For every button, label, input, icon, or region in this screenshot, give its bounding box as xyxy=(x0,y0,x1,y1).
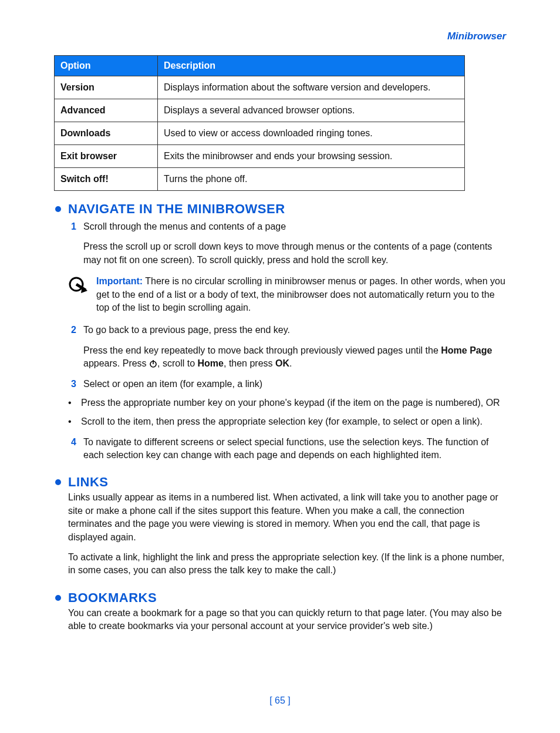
page-number: [ 65 ] xyxy=(0,695,560,706)
th-option: Option xyxy=(55,56,158,76)
para: To activate a link, highlight the link a… xyxy=(68,551,506,577)
step-content: To go back to a previous page, press the… xyxy=(83,324,506,370)
cell-option: Advanced xyxy=(55,99,158,122)
section-title: LINKS xyxy=(68,475,109,490)
step-number: 2 xyxy=(68,324,76,370)
th-description: Description xyxy=(158,56,465,76)
section-heading: LINKS xyxy=(54,475,506,490)
bullet-dot-icon: • xyxy=(68,396,75,409)
bold-home: Home xyxy=(198,358,224,368)
important-label: Important: xyxy=(96,276,143,286)
section-body: Links usually appear as items in a numbe… xyxy=(68,491,506,577)
table-header-row: Option Description xyxy=(55,56,465,76)
sub-bullet: • Press the appropriate number key on yo… xyxy=(68,396,506,409)
step-4: 4 To navigate to different screens or se… xyxy=(68,436,506,462)
section-heading: NAVIGATE IN THE MINIBROWSER xyxy=(54,201,506,217)
bullet-icon xyxy=(55,479,61,485)
bullet-text: Scroll to the item, then press the appro… xyxy=(81,415,483,428)
para: Links usually appear as items in a numbe… xyxy=(68,491,506,544)
table-row: Downloads Used to view or access downloa… xyxy=(55,122,465,145)
step-number: 4 xyxy=(68,436,76,462)
page: Minibrowser Option Description Version D… xyxy=(0,0,560,733)
para: You can create a bookmark for a page so … xyxy=(68,607,506,633)
bullet-icon xyxy=(55,206,61,212)
section-body: 1 Scroll through the menus and contents … xyxy=(68,220,506,462)
section-body: You can create a bookmark for a page so … xyxy=(68,607,506,633)
cell-option: Switch off! xyxy=(55,168,158,191)
text-frag: , then press xyxy=(224,358,275,368)
cell-description: Displays a several advanced browser opti… xyxy=(158,99,465,122)
cell-option: Downloads xyxy=(55,122,158,145)
section-heading: BOOKMARKS xyxy=(54,590,506,606)
important-icon xyxy=(68,276,88,314)
note-text: There is no circular scrolling in minibr… xyxy=(96,276,505,312)
table-row: Exit browser Exits the minibrowser and e… xyxy=(55,145,465,168)
table-row: Version Displays information about the s… xyxy=(55,76,465,99)
step-lead: To go back to a previous page, press the… xyxy=(83,325,290,335)
cell-description: Exits the minibrowser and ends your brow… xyxy=(158,145,465,168)
table-row: Switch off! Turns the phone off. xyxy=(55,168,465,191)
sub-bullet: • Scroll to the item, then press the app… xyxy=(68,415,506,428)
bullet-icon xyxy=(55,595,61,601)
section-title: BOOKMARKS xyxy=(68,590,157,606)
cell-description: Displays information about the software … xyxy=(158,76,465,99)
section-title: NAVIGATE IN THE MINIBROWSER xyxy=(68,201,285,217)
cell-description: Used to view or access downloaded ringin… xyxy=(158,122,465,145)
step-lead: Select or open an item (for example, a l… xyxy=(83,379,262,389)
step-para: Press the scroll up or scroll down keys … xyxy=(83,240,506,267)
section-bookmarks: BOOKMARKS You can create a bookmark for … xyxy=(54,590,506,633)
step-2: 2 To go back to a previous page, press t… xyxy=(68,324,506,370)
cell-description: Turns the phone off. xyxy=(158,168,465,191)
options-table: Option Description Version Displays info… xyxy=(54,55,465,191)
text-frag: . xyxy=(289,358,292,368)
section-links: LINKS Links usually appear as items in a… xyxy=(54,475,506,577)
step-number: 1 xyxy=(68,220,76,267)
table-row: Advanced Displays a several advanced bro… xyxy=(55,99,465,122)
step-content: Select or open an item (for example, a l… xyxy=(83,378,506,391)
step-content: To navigate to different screens or sele… xyxy=(83,436,506,462)
text-frag: appears. Press xyxy=(83,358,149,368)
note-text-block: Important: There is no circular scrollin… xyxy=(96,275,506,314)
step-1: 1 Scroll through the menus and contents … xyxy=(68,220,506,267)
bullet-dot-icon: • xyxy=(68,415,75,428)
bullet-text: Press the appropriate number key on your… xyxy=(81,396,500,409)
cell-option: Version xyxy=(55,76,158,99)
bold-home-page: Home Page xyxy=(441,345,492,355)
step-lead: Scroll through the menus and contents of… xyxy=(83,221,286,231)
text-frag: , scroll to xyxy=(157,358,197,368)
step-lead: To navigate to different screens or sele… xyxy=(83,437,488,460)
bold-ok: OK xyxy=(275,358,289,368)
step-para: Press the end key repeatedly to move bac… xyxy=(83,344,506,371)
power-icon xyxy=(149,358,157,368)
important-note: Important: There is no circular scrollin… xyxy=(68,275,506,314)
cell-option: Exit browser xyxy=(55,145,158,168)
running-head: Minibrowser xyxy=(54,31,506,42)
step-3: 3 Select or open an item (for example, a… xyxy=(68,378,506,391)
step-number: 3 xyxy=(68,378,76,391)
step-content: Scroll through the menus and contents of… xyxy=(83,220,506,267)
text-frag: Press the end key repeatedly to move bac… xyxy=(83,345,441,355)
section-navigate: NAVIGATE IN THE MINIBROWSER 1 Scroll thr… xyxy=(54,201,506,462)
